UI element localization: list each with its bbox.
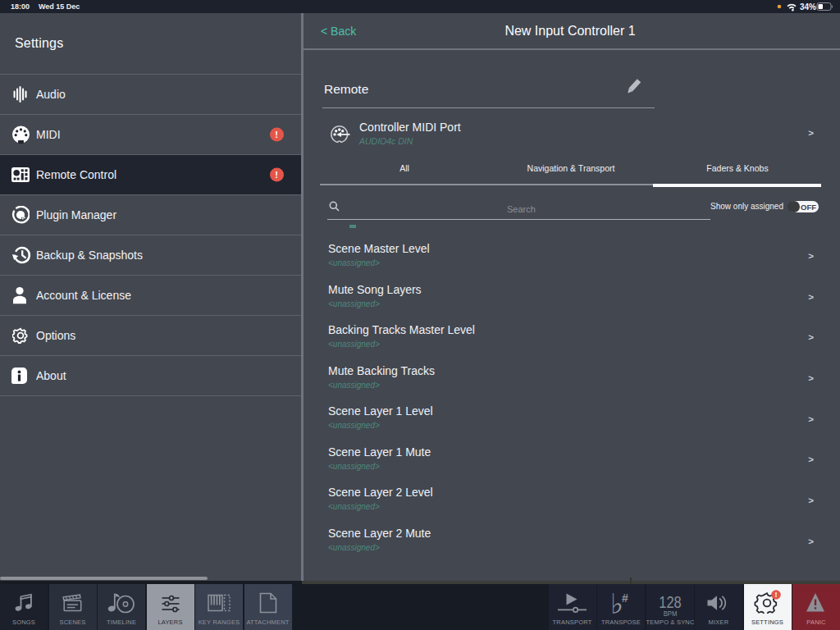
svg-text:34%: 34% <box>800 2 816 11</box>
svg-text:!: ! <box>774 591 777 599</box>
